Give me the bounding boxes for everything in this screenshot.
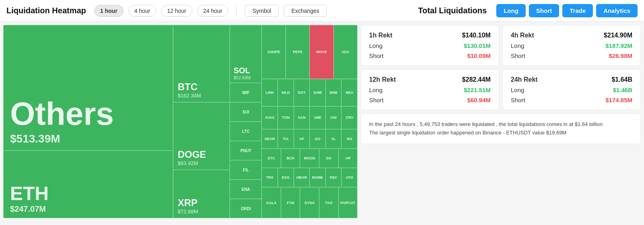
cell-dot: DOT (294, 79, 310, 106)
cell-pepe: PEPE (286, 25, 310, 79)
cell-wif: WIF (230, 83, 262, 102)
exchanges-filter-btn[interactable]: Exchanges (284, 5, 327, 17)
cell-ltc: LTC (230, 122, 262, 141)
cell-near: NEAR (262, 129, 278, 149)
1h-short-value: $10.09M (467, 52, 491, 59)
cell-1000pe: 1000PE (262, 25, 285, 79)
time-btn-4h[interactable]: 4 hour (128, 5, 157, 17)
cell-xrp: XRP $72.88M (173, 170, 230, 218)
cell-crv: CRV (341, 106, 357, 130)
stat-row-4h-short: Short $26.98M (511, 52, 632, 59)
section-title: Total Liquidations (418, 6, 487, 15)
1h-long-value: $130.01M (464, 42, 491, 49)
xrp-amount: $72.88M (178, 208, 225, 215)
cell-ena: ENA (230, 180, 262, 199)
cell-uni: UNI (326, 106, 342, 130)
xrp-ticker: XRP (178, 197, 225, 208)
col-sol: SOL $52.69M WIF SUI LTC PNUT FIL ENA ORD… (230, 25, 262, 218)
doge-ticker: DOGE (178, 149, 225, 160)
stats-row-mid: 12h Rekt $282.44M Long $221.51M Short $6… (361, 69, 641, 110)
cell-ar: AR (339, 149, 358, 168)
stat-card-12h: 12h Rekt $282.44M Long $221.51M Short $6… (361, 69, 499, 110)
others-ticker: Others (10, 98, 166, 130)
eth-amount: $247.07M (10, 204, 166, 214)
cell-move: MOVE (310, 25, 333, 79)
cell-others: Others $513.39M (3, 25, 173, 151)
treemap: Others $513.39M ETH $247.07M BTC $162.34… (3, 25, 357, 218)
cell-wld: WLD (278, 79, 294, 106)
4h-rekt-label: 4h Rekt (511, 32, 534, 39)
cell-ada: ADA (334, 25, 357, 79)
main-content: Others $513.39M ETH $247.07M BTC $162.34… (0, 22, 644, 225)
cell-ton: TON (278, 106, 294, 130)
cell-gala: GALA (262, 187, 281, 218)
24h-short-label: Short (511, 97, 525, 103)
cell-eos: EOS (278, 168, 294, 187)
cell-san: SAN (294, 106, 310, 130)
cell-link: LINK (262, 79, 278, 106)
header: Liquidation Heatmap 1 hour 4 hour 12 hou… (0, 0, 644, 22)
24h-short-value: $174.85M (605, 97, 632, 103)
1h-rekt-value: $140.10M (462, 32, 491, 39)
cell-ftm: FTM (281, 187, 300, 218)
12h-rekt-value: $282.44M (462, 76, 491, 83)
time-btn-1h[interactable]: 1 hour (94, 5, 124, 17)
cell-mood: MOOD (300, 149, 319, 168)
action-buttons: Long Short Trade Analytics (496, 4, 638, 17)
12h-short-value: $60.94M (467, 97, 491, 103)
stat-row-24h-long: Long $1.46B (511, 87, 632, 93)
cell-bnb: BNB (326, 79, 342, 106)
cell-ap: AP (294, 129, 310, 149)
cell-nea: NEA (341, 79, 357, 106)
time-btn-12h[interactable]: 12 hour (161, 5, 192, 17)
24h-long-label: Long (511, 87, 524, 93)
stat-row-1h-short: Short $10.09M (369, 52, 491, 59)
4h-short-value: $26.98M (609, 52, 632, 59)
sol-rest: WIF SUI LTC PNUT FIL ENA ORDI (230, 83, 262, 218)
cell-shib: SHIB (310, 79, 326, 106)
cell-ato: ATO (341, 168, 357, 187)
col-mid: BTC $162.34M DOGE $93.92M XRP $72.88M (173, 25, 230, 218)
cell-xl: XL (326, 129, 342, 149)
stat-row-1h-long: Long $130.01M (369, 42, 491, 49)
stat-card-4h: 4h Rekt $214.90M Long $187.92M Short $26… (502, 25, 641, 66)
divider (236, 5, 237, 17)
trade-button[interactable]: Trade (562, 4, 593, 17)
cell-bome: BOME (310, 168, 326, 187)
cell-fil: FIL (230, 160, 262, 180)
stat-row-12h-long: Long $221.51M (369, 87, 491, 93)
cell-doge: DOGE $93.92M (173, 102, 230, 170)
12h-short-label: Short (369, 97, 384, 103)
info-line-1: In the past 24 hours , 5,49,753 traders … (369, 120, 632, 129)
cell-eth: ETH $247.07M (3, 151, 173, 218)
stat-card-1h: 1h Rekt $140.10M Long $130.01M Short $10… (361, 25, 499, 66)
info-card: In the past 24 hours , 5,49,753 traders … (361, 114, 641, 144)
24h-rekt-value: $1.64B (611, 76, 632, 83)
others-amount: $513.39M (10, 132, 166, 145)
symbol-filter-btn[interactable]: Symbol (245, 5, 279, 17)
cell-hbar: HBAR (294, 168, 310, 187)
stat-row-1h-rekt: 1h Rekt $140.10M (369, 32, 491, 39)
cell-tao: TAO (319, 187, 339, 218)
24h-long-value: $1.46B (613, 87, 632, 93)
cell-ordi: ORDI (230, 199, 262, 218)
stat-row-4h-rekt: 4h Rekt $214.90M (511, 32, 632, 39)
stat-row-24h-rekt: 24h Rekt $1.64B (511, 76, 632, 83)
time-btn-24h[interactable]: 24 hour (197, 5, 228, 17)
12h-rekt-label: 12h Rekt (369, 76, 396, 83)
4h-short-label: Short (511, 52, 525, 59)
analytics-button[interactable]: Analytics (596, 4, 638, 17)
4h-long-label: Long (511, 42, 524, 49)
cell-pec: PEC (326, 168, 342, 187)
col-left: Others $513.39M ETH $247.07M (3, 25, 173, 218)
stat-row-4h-long: Long $187.92M (511, 42, 632, 49)
stat-row-12h-rekt: 12h Rekt $282.44M (369, 76, 491, 83)
stats-panel: 1h Rekt $140.10M Long $130.01M Short $10… (361, 25, 641, 222)
long-button[interactable]: Long (496, 4, 526, 17)
btc-ticker: BTC (178, 81, 225, 93)
short-button[interactable]: Short (529, 4, 559, 17)
cell-popcat: POPCAT (339, 187, 358, 218)
cell-bch: BCH (281, 149, 300, 168)
cell-go: GO (310, 129, 326, 149)
cell-trx: TRX (262, 168, 278, 187)
